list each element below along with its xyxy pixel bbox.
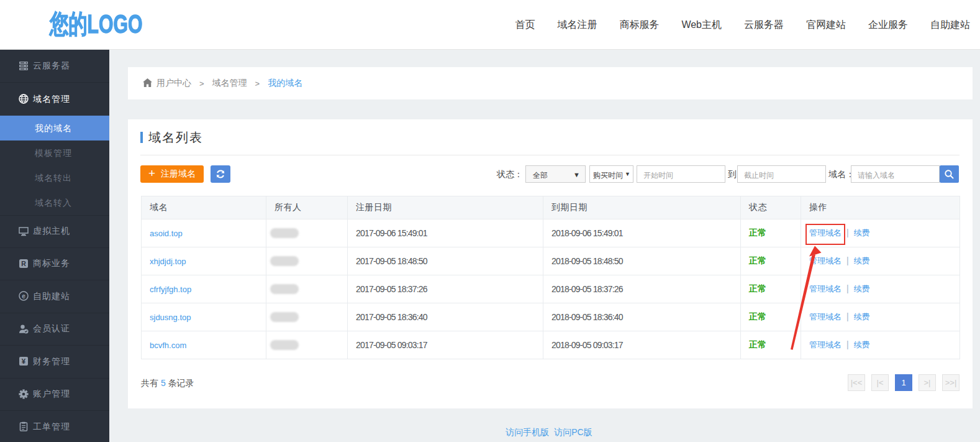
svg-text:e: e — [22, 293, 25, 300]
svg-text:¥: ¥ — [22, 358, 26, 366]
svg-text:R: R — [21, 260, 26, 267]
